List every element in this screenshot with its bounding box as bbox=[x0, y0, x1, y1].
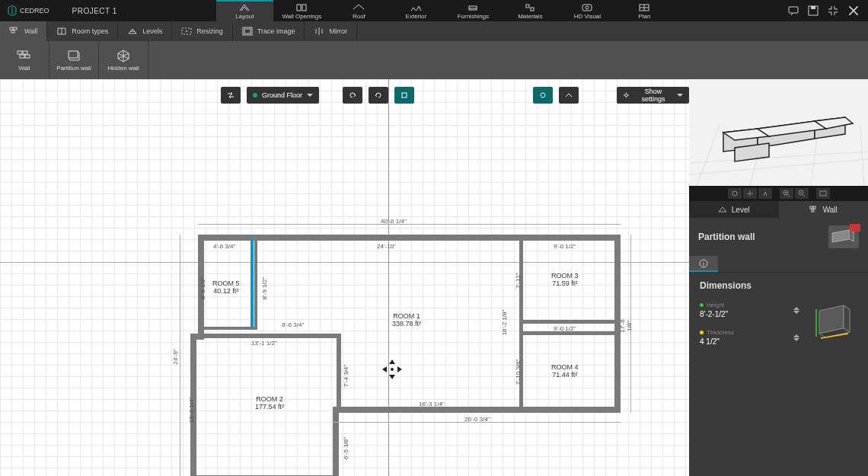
preview-pan-button[interactable] bbox=[743, 188, 757, 199]
wall-3d-icon bbox=[812, 302, 857, 343]
dimension-label: 24'-9" bbox=[172, 349, 179, 364]
svg-rect-21 bbox=[25, 55, 30, 58]
subtab-mirror[interactable]: Mirror bbox=[305, 21, 357, 41]
svg-rect-11 bbox=[10, 27, 13, 30]
brand[interactable]: CEDREO bbox=[0, 5, 57, 16]
svg-rect-17 bbox=[244, 29, 251, 34]
tab-roof[interactable]: Roof bbox=[330, 0, 388, 21]
svg-point-23 bbox=[541, 93, 545, 97]
preview-zoom-out-button[interactable] bbox=[795, 188, 809, 199]
tab-wall-openings[interactable]: Wall Openings bbox=[273, 0, 330, 21]
confirm-button[interactable] bbox=[394, 87, 414, 104]
subtab-trace-image[interactable]: Trace image bbox=[233, 21, 305, 41]
room-label[interactable]: ROOM 371.59 ft² bbox=[551, 272, 579, 287]
room-label[interactable]: ROOM 540.12 ft² bbox=[212, 280, 240, 295]
project-title[interactable]: PROJECT 1 bbox=[57, 7, 132, 15]
preview-walk-button[interactable] bbox=[758, 188, 772, 199]
move-gizmo-icon[interactable] bbox=[381, 358, 404, 381]
dimension-label: 16'-2 1/8" bbox=[501, 310, 508, 336]
minimize-icon[interactable] bbox=[827, 5, 839, 17]
tab-plan[interactable]: Plan bbox=[616, 0, 673, 21]
thickness-value[interactable]: 4 1/2" bbox=[700, 337, 786, 346]
brand-logo-icon bbox=[8, 5, 17, 16]
preview-orbit-button[interactable] bbox=[728, 188, 742, 199]
wall-thumbnail[interactable] bbox=[828, 225, 859, 248]
show-settings-button[interactable]: Show settings bbox=[617, 87, 689, 104]
tool-partition-wall[interactable]: Partition wall bbox=[49, 41, 99, 79]
dimension-label: 8'-6 3/4" bbox=[282, 321, 304, 328]
svg-rect-12 bbox=[14, 27, 17, 30]
svg-rect-36 bbox=[820, 191, 826, 196]
info-tab[interactable] bbox=[689, 256, 718, 272]
dimension-label: 24'-10" bbox=[377, 243, 396, 250]
tab-hd-visual[interactable]: HD Visual bbox=[559, 0, 616, 21]
room-label[interactable]: ROOM 2177.54 ft² bbox=[255, 395, 284, 411]
thickness-spinner[interactable] bbox=[793, 334, 801, 341]
svg-rect-3 bbox=[526, 5, 529, 8]
dimension-label: 13'-6 1/4" bbox=[188, 398, 195, 423]
chevron-down-icon bbox=[307, 94, 313, 97]
room-label[interactable]: ROOM 471.44 ft² bbox=[551, 363, 579, 379]
thickness-dot-icon bbox=[700, 331, 704, 334]
floor-selector[interactable]: Ground Floor bbox=[247, 87, 319, 104]
height-spinner[interactable] bbox=[793, 307, 801, 314]
svg-point-33 bbox=[732, 191, 737, 196]
brand-name: CEDREO bbox=[20, 7, 49, 14]
selected-wall[interactable] bbox=[251, 239, 254, 327]
view-toggle-1[interactable] bbox=[533, 87, 553, 104]
save-icon[interactable] bbox=[807, 5, 819, 17]
svg-rect-37 bbox=[810, 206, 812, 209]
svg-rect-22 bbox=[402, 93, 407, 97]
svg-rect-10 bbox=[811, 6, 815, 9]
dimension-label: 7'-4 3/4" bbox=[343, 365, 349, 387]
floor-plan[interactable]: ROOM 1338.78 ft² ROOM 2177.54 ft² ROOM 3… bbox=[190, 155, 621, 422]
svg-point-24 bbox=[625, 94, 628, 97]
dimension-label: 4'-6 3/4" bbox=[213, 243, 235, 250]
svg-rect-13 bbox=[11, 30, 14, 33]
dimension-label: 9'-0 1/2" bbox=[554, 325, 576, 332]
height-value[interactable]: 8'-2-1/2" bbox=[700, 310, 786, 318]
dimension-label: 16'-3 1/4" bbox=[419, 401, 445, 407]
tab-exterior[interactable]: Exterior bbox=[388, 0, 445, 21]
svg-rect-18 bbox=[18, 51, 22, 54]
tab-materials[interactable]: Materials bbox=[502, 0, 559, 21]
delete-button[interactable] bbox=[850, 224, 860, 232]
swap-button[interactable] bbox=[221, 87, 241, 104]
dimension-label: 9'-0 1/2" bbox=[554, 243, 576, 250]
panel-title: Partition wall bbox=[698, 232, 755, 242]
right-tab-level[interactable]: Level bbox=[689, 201, 779, 218]
subtab-resizing[interactable]: Resizing bbox=[172, 21, 233, 41]
redo-button[interactable] bbox=[369, 87, 388, 104]
chevron-down-icon bbox=[677, 94, 683, 97]
undo-button[interactable] bbox=[343, 87, 362, 104]
svg-point-15 bbox=[186, 30, 187, 32]
chat-icon[interactable] bbox=[787, 5, 799, 17]
tool-hidden-wall[interactable]: Hidden wall bbox=[99, 41, 148, 79]
close-icon[interactable] bbox=[847, 4, 860, 18]
preview-zoom-in-button[interactable] bbox=[780, 188, 793, 199]
svg-rect-39 bbox=[812, 209, 814, 212]
status-dot-icon bbox=[253, 93, 257, 97]
subtab-wall[interactable]: Wall bbox=[0, 21, 47, 41]
dimension-label: 7'-11" bbox=[515, 273, 522, 288]
svg-rect-1 bbox=[302, 5, 306, 11]
view-toggle-2[interactable] bbox=[559, 87, 579, 104]
plan-canvas[interactable]: Ground Floor Show settings bbox=[0, 79, 689, 476]
subtab-room-types[interactable]: Room types bbox=[47, 21, 118, 41]
svg-rect-19 bbox=[23, 51, 27, 54]
right-tab-wall[interactable]: Wall bbox=[779, 201, 869, 218]
subtab-levels[interactable]: Levels bbox=[118, 21, 172, 41]
svg-point-25 bbox=[391, 368, 394, 371]
preview-3d[interactable] bbox=[689, 79, 868, 186]
dimension-label: 6'-5 3/8" bbox=[343, 437, 349, 459]
tool-wall[interactable]: Wall bbox=[0, 41, 49, 79]
dimension-label: 17'-6 1/8" bbox=[619, 319, 633, 333]
section-title: Dimensions bbox=[700, 280, 857, 291]
dimension-label: 8'-9 1/2" bbox=[199, 277, 206, 299]
svg-rect-0 bbox=[297, 5, 301, 11]
preview-screenshot-button[interactable] bbox=[816, 188, 830, 199]
tab-layout[interactable]: Layout bbox=[216, 0, 273, 21]
tab-furnishings[interactable]: Furnishings bbox=[445, 0, 502, 21]
room-label[interactable]: ROOM 1338.78 ft² bbox=[392, 312, 421, 327]
dimension-label: 13'-1 1/2" bbox=[251, 340, 277, 347]
